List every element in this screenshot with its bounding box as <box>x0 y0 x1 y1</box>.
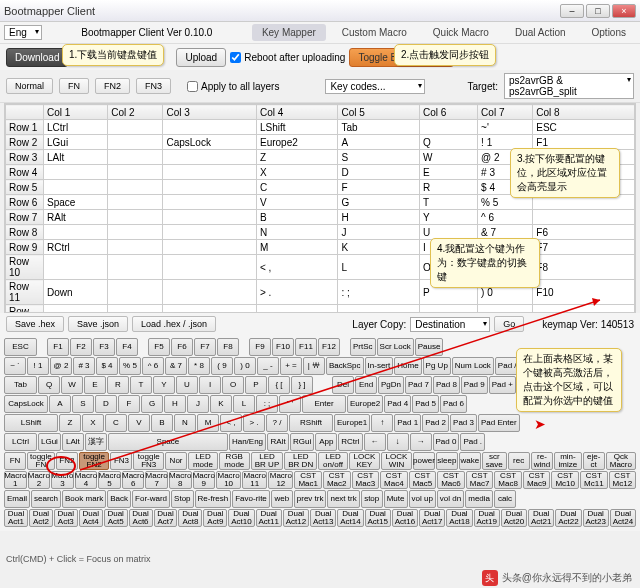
key-search[interactable]: search <box>31 490 61 508</box>
key-macro10[interactable]: Macro 10 <box>216 471 241 489</box>
key-b[interactable]: B <box>151 414 173 432</box>
key-c[interactable]: C <box>105 414 127 432</box>
key-prevtrk[interactable]: prev trk <box>294 490 327 508</box>
keycodes-select[interactable]: Key codes... <box>325 79 425 94</box>
grid-cell[interactable]: Row 10 <box>6 255 44 280</box>
col-header[interactable]: Col 3 <box>163 105 257 120</box>
grid-cell[interactable]: F10 <box>533 280 635 305</box>
keymap-grid[interactable]: Col 1Col 2Col 3Col 4Col 5Col 6Col 7Col 8… <box>5 104 635 313</box>
key-cstmac2[interactable]: CST Mac2 <box>323 471 351 489</box>
key-o[interactable]: O <box>222 376 244 394</box>
target-select[interactable]: ps2avrGB & ps2avrGB_split <box>504 73 634 99</box>
grid-cell[interactable]: F7 <box>533 240 635 255</box>
key-dualact2[interactable]: Dual Act2 <box>29 509 53 527</box>
key-rgui[interactable]: RGui <box>290 433 314 451</box>
grid-cell[interactable]: RAlt <box>44 210 108 225</box>
key-voldn[interactable]: vol dn <box>437 490 464 508</box>
grid-cell[interactable] <box>108 180 163 195</box>
key-[interactable]: < , <box>220 414 242 432</box>
save-hex-button[interactable]: Save .hex <box>6 316 64 332</box>
grid-cell[interactable] <box>108 165 163 180</box>
key-stop[interactable]: stop <box>361 490 383 508</box>
key-cstmc12[interactable]: CST Mc12 <box>609 471 637 489</box>
grid-cell[interactable]: Row 11 <box>6 280 44 305</box>
key-rec[interactable]: rec <box>508 452 530 470</box>
grid-cell[interactable]: { [ <box>419 305 477 314</box>
key-f5[interactable]: F5 <box>148 338 170 356</box>
key-f4[interactable]: F4 <box>116 338 138 356</box>
grid-cell[interactable]: N <box>257 225 338 240</box>
key-dualact8[interactable]: Dual Act8 <box>178 509 202 527</box>
grid-cell[interactable]: LAlt <box>44 150 108 165</box>
grid-cell[interactable] <box>108 240 163 255</box>
key-dualact5[interactable]: Dual Act5 <box>104 509 128 527</box>
key-e[interactable]: E <box>84 376 106 394</box>
col-header[interactable]: Col 5 <box>338 105 419 120</box>
grid-cell[interactable]: C <box>257 180 338 195</box>
grid-cell[interactable]: Row 3 <box>6 150 44 165</box>
key-qckmacro[interactable]: Qck Macro <box>606 452 636 470</box>
key-p[interactable]: P <box>245 376 267 394</box>
grid-cell[interactable]: ? / <box>257 305 338 314</box>
key-lgui[interactable]: LGui <box>38 433 61 451</box>
maximize-button[interactable]: □ <box>586 4 610 18</box>
destination-select[interactable]: Destination <box>410 317 490 332</box>
key-capslock[interactable]: CapsLock <box>4 395 48 413</box>
close-button[interactable]: × <box>612 4 636 18</box>
key-i[interactable]: I <box>199 376 221 394</box>
key-cstmac5[interactable]: CST Mac5 <box>409 471 437 489</box>
key-f12[interactable]: F12 <box>318 338 340 356</box>
col-header[interactable] <box>6 105 44 120</box>
key-macro11[interactable]: Macro 11 <box>242 471 267 489</box>
grid-cell[interactable] <box>44 225 108 240</box>
key-del[interactable]: Del <box>332 376 354 394</box>
key-prtsc[interactable]: PrtSc <box>350 338 376 356</box>
grid-cell[interactable] <box>108 195 163 210</box>
key-dualact13[interactable]: Dual Act13 <box>310 509 336 527</box>
key-ralt[interactable]: RAlt <box>267 433 289 451</box>
key-dualact11[interactable]: Dual Act11 <box>256 509 282 527</box>
key-[interactable]: ← <box>364 433 386 451</box>
reboot-checkbox[interactable]: Reboot after uploading <box>230 52 345 63</box>
key-togglefn2[interactable]: toggle FN2 <box>79 452 110 470</box>
key-macro7[interactable]: Macro 7 <box>145 471 168 489</box>
key-f9[interactable]: F9 <box>249 338 271 356</box>
grid-cell[interactable]: F11 <box>533 305 635 314</box>
key-ledbrdn[interactable]: LED BR DN <box>284 452 317 470</box>
grid-cell[interactable] <box>163 165 257 180</box>
grid-cell[interactable]: D <box>338 165 419 180</box>
key-rewind[interactable]: re-wind <box>531 452 554 470</box>
grid-cell[interactable]: ESC <box>533 120 635 135</box>
key-[interactable]: + = <box>280 357 302 375</box>
grid-cell[interactable]: > . <box>257 280 338 305</box>
key-macro6[interactable]: Macro 6 <box>122 471 145 489</box>
grid-cell[interactable] <box>108 255 163 280</box>
key-[interactable]: ? / <box>266 414 288 432</box>
key-2[interactable]: @ 2 <box>50 357 72 375</box>
grid-cell[interactable] <box>163 305 257 314</box>
grid-cell[interactable]: M <box>257 240 338 255</box>
key-space[interactable]: Space <box>108 433 228 451</box>
key-minimize[interactable]: min-imize <box>554 452 582 470</box>
key-6[interactable]: ^ 6 <box>142 357 164 375</box>
grid-cell[interactable]: LGui <box>44 135 108 150</box>
grid-cell[interactable] <box>419 120 477 135</box>
key-[interactable]: 漢字 <box>85 433 107 451</box>
grid-cell[interactable] <box>108 150 163 165</box>
key-mute[interactable]: Mute <box>384 490 408 508</box>
key-[interactable]: ↑ <box>371 414 393 432</box>
key-d[interactable]: D <box>95 395 117 413</box>
key-pgup[interactable]: Pg Up <box>423 357 451 375</box>
key-lockwin[interactable]: LOCK WIN <box>381 452 412 470</box>
key-cstmac9[interactable]: CST Mac9 <box>523 471 551 489</box>
grid-cell[interactable]: < , <box>257 255 338 280</box>
grid-cell[interactable] <box>108 210 163 225</box>
key-scrlock[interactable]: Scr Lock <box>377 338 414 356</box>
load-hex-button[interactable]: Load .hex / .json <box>132 316 216 332</box>
key-pad6[interactable]: Pad 6 <box>440 395 467 413</box>
key-pad[interactable]: Pad + <box>489 376 516 394</box>
key-5[interactable]: % 5 <box>119 357 141 375</box>
key-back[interactable]: Back <box>107 490 131 508</box>
download-button[interactable]: Download <box>6 48 68 67</box>
key-x[interactable]: X <box>82 414 104 432</box>
